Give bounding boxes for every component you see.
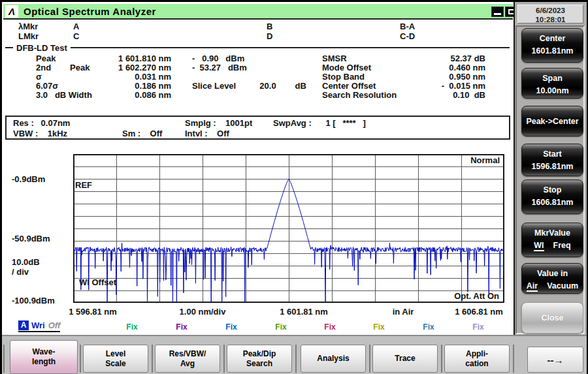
marker-b: B [267, 22, 272, 31]
softkey-option-vacuum[interactable]: Vacuum [547, 281, 578, 292]
osa-screen: Λ Optical Spectrum Analyzer λMkr A B B-A… [0, 0, 588, 374]
marker-a: A [73, 22, 79, 31]
meas-value-nm: 0.031 nm [65, 72, 171, 82]
window-title: Optical Spectrum Analyzer [24, 6, 156, 17]
meas-label: σ [36, 72, 42, 82]
function-key-label: Level [84, 349, 148, 359]
function-key-label: Avg [155, 359, 220, 369]
softkey-label: Stop [522, 185, 583, 195]
marker-c: C [73, 31, 79, 41]
smoothing-setting: Sm : Off [122, 129, 162, 138]
softkey-start[interactable]: Start1596.81nm [521, 144, 583, 176]
date-text: 6/6/2023 [518, 6, 583, 15]
function-key-res-vbw-avg[interactable]: Res/VBW/Avg [155, 345, 220, 373]
trace-mode-label: Normal [470, 155, 500, 165]
more-functions-arrow-button[interactable]: --→ [527, 347, 583, 373]
softkey-option-air[interactable]: Air [527, 281, 538, 292]
analysis-section-separator: DFB-LD Test [5, 43, 510, 52]
softkey-label: Start [522, 149, 583, 159]
meas-slice-level: Slice Level 20.0 dB [192, 81, 306, 91]
softkey-value-in[interactable]: Value inAirVacuum [521, 263, 583, 294]
window-title-bar: Λ Optical Spectrum Analyzer [3, 4, 513, 20]
toolbar-separator [152, 345, 153, 373]
softkey-peak-center[interactable]: Peak->Center [521, 106, 583, 136]
function-key-label: Appli- [445, 349, 509, 359]
softkey-option-freq[interactable]: Freq [553, 241, 571, 251]
spectrum-plot: Normal REF Wl Offset Opt. Att On [73, 154, 504, 303]
separator-dash [5, 47, 13, 48]
meas-value: - 0.015 nm [381, 81, 485, 91]
meas-value-nm: 0.086 nm [65, 90, 171, 100]
toolbar-separator [369, 345, 370, 373]
meas-label: Peak [36, 54, 56, 63]
function-key-label: length [10, 357, 77, 367]
x-axis-start-wavelength: 1 596.81 nm [50, 307, 135, 317]
res-setting: Res : 0.07nm [13, 118, 70, 128]
meas-label: 6.07σ [36, 81, 58, 91]
time-text: 10:28:01 [518, 15, 583, 24]
trace-slot-badge: A [18, 320, 29, 330]
measurement-row: 6.07σ 0.186 nm Slice Level 20.0 dB Cente… [0, 81, 512, 90]
meas-label: Stop Band [322, 72, 365, 82]
function-key-label: Wave- [10, 347, 77, 357]
spectrum-trace-canvas [73, 154, 504, 303]
trace-fix-status-6: Fix [365, 322, 393, 332]
trace-fix-status-3: Fix [217, 322, 246, 332]
ref-line-label: REF [75, 180, 92, 190]
interval-setting: Intvl : Off [185, 129, 229, 138]
trace-legend: A Wri Off [18, 320, 60, 332]
marker-d: D [267, 31, 272, 41]
function-key-label: Scale [84, 359, 148, 369]
separator-rule [71, 47, 510, 48]
function-key-analysis[interactable]: Analysis [301, 345, 366, 373]
trace-fix-status-5: Fix [316, 322, 344, 332]
softkey-value: 1596.81nm [522, 162, 583, 171]
softkey-close[interactable]: Close [521, 302, 583, 334]
meas-label: SMSR [322, 54, 347, 63]
function-key-peak-dip-search[interactable]: Peak/DipSearch [227, 345, 292, 373]
function-key-wave-length[interactable]: Wave-length [10, 340, 78, 374]
measurement-row: Peak 1 601.810 nm - 0.90 dBm SMSR 52.37 … [0, 54, 512, 63]
y-axis-per-div-1: 10.0dB [12, 257, 40, 267]
datetime-display: 6/6/2023 10:28:01 [517, 5, 583, 23]
softkey-label: Peak->Center [526, 117, 578, 126]
marker-b-minus-a: B-A [400, 22, 415, 31]
x-axis-stop-wavelength: 1 606.81 nm [436, 307, 521, 317]
measurement-row: σ 0.031 nm Stop Band 0.950 nm [0, 72, 512, 81]
function-key-appli-cation[interactable]: Appli-cation [444, 345, 510, 373]
optical-attenuator-status: Opt. Att On [454, 291, 499, 301]
vbw-setting: VBW : 1kHz [13, 129, 67, 138]
x-axis-medium: in Air [361, 307, 446, 317]
function-key-label: Search [227, 359, 291, 369]
toolbar-separator [223, 345, 225, 373]
function-key-label: Peak/Dip [227, 349, 291, 359]
wavelength-offset-label: Wl Offset [79, 277, 116, 287]
sweep-settings-box: Res : 0.07nm Smplg : 1001pt SwpAvg : 1 [… [5, 116, 510, 140]
softkey-center[interactable]: Center1601.81nm [521, 28, 583, 63]
softkey-label: Center [522, 34, 583, 43]
softkey-stop[interactable]: Stop1606.81nm [521, 179, 583, 214]
toolbar-separator [80, 345, 81, 373]
function-key-trace[interactable]: Trace [372, 345, 438, 373]
trace-fix-status-2: Fix [167, 322, 196, 332]
meas-value: 0.460 nm [381, 63, 485, 72]
trace-state: Off [48, 320, 61, 330]
softkey-span[interactable]: Span10.00nm [521, 68, 583, 99]
softkey-option-wl[interactable]: Wl [534, 241, 544, 251]
function-key-label: cation [445, 359, 509, 369]
softkey-value: 1606.81nm [522, 198, 583, 207]
function-key-label: Trace [373, 354, 437, 364]
trace-fix-status-8: Fix [464, 322, 493, 332]
y-axis-mid-level: -50.9dBm [12, 234, 50, 243]
y-axis-ref-level: -0.9dBm [12, 174, 45, 184]
function-key-label: Res/VBW/ [155, 349, 220, 359]
softkey-mkrvalue[interactable]: MkrValueWlFreq [521, 223, 583, 257]
trace-fix-status-7: Fix [414, 322, 443, 332]
function-key-level-scale[interactable]: LevelScale [83, 345, 148, 373]
meas-value-dbm: - 0.90 dBm [192, 54, 244, 63]
meas-value: 0.10 dB [381, 90, 485, 100]
toolbar-separator [441, 345, 442, 373]
softkey-options: AirVacuum [522, 281, 583, 292]
minimize-button[interactable] [491, 7, 504, 17]
marker-level-label: LMkr [18, 31, 39, 41]
